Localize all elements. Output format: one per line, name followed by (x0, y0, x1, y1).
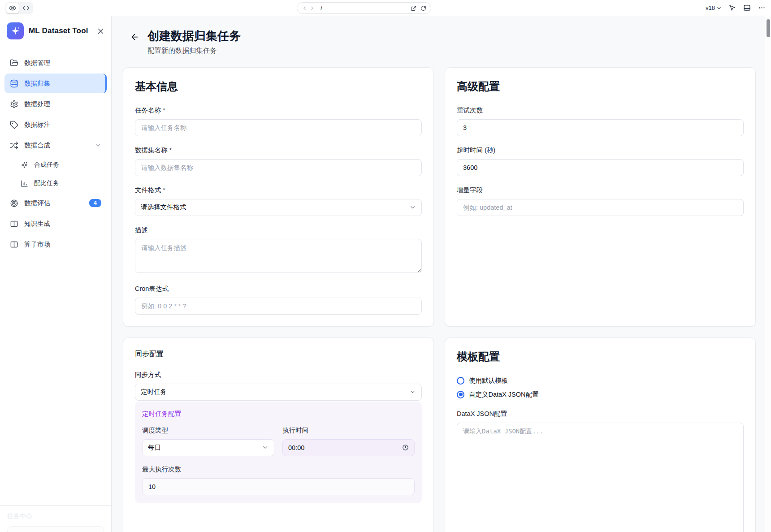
sync-method-value: 定时任务 (141, 388, 167, 396)
chevron-down-icon (262, 444, 269, 451)
sync-method-label: 同步方式 (135, 371, 422, 379)
description-textarea[interactable] (135, 239, 422, 273)
url-bar[interactable]: / (297, 2, 431, 14)
sidebar-footer: 任务中心 (0, 505, 111, 532)
timeout-input[interactable] (457, 159, 744, 176)
main-content: 创建数据归集任务 配置新的数据归集任务 基本信息 任务名称 * 数据集名称 * … (112, 16, 771, 532)
sidebar-item-data-management[interactable]: 数据管理 (4, 53, 107, 73)
open-external-button[interactable] (411, 5, 416, 11)
sidebar: ML Dataset Tool 数据管理 数据归集 数据处理 数据标注 (0, 16, 112, 532)
sidebar-item-operator-market[interactable]: 算子市场 (4, 234, 107, 254)
back-button[interactable] (129, 30, 140, 44)
sidebar-close-button[interactable] (97, 27, 104, 35)
sidebar-item-data-collection[interactable]: 数据归集 (4, 74, 107, 93)
bar-chart-icon (21, 180, 28, 187)
tag-icon (10, 121, 18, 129)
more-icon (758, 4, 766, 12)
sync-config-title: 同步配置 (135, 350, 422, 359)
folder-icon (10, 59, 18, 67)
book-open-icon (10, 240, 18, 249)
exec-time-value: 00:00 (288, 444, 304, 451)
external-link-icon (411, 5, 416, 11)
code-toggle-button[interactable] (20, 3, 32, 13)
sidebar-nav: 数据管理 数据归集 数据处理 数据标注 数据合成 合成任务 (0, 46, 111, 505)
max-exec-label: 最大执行次数 (142, 465, 415, 474)
radio-unchecked-icon (457, 377, 464, 385)
close-icon (97, 27, 104, 35)
sidebar-item-label: 算子市场 (24, 240, 50, 249)
sidebar-item-label: 配比任务 (34, 179, 59, 187)
sidebar-item-data-evaluation[interactable]: 数据评估 4 (4, 193, 107, 213)
sync-method-select[interactable]: 定时任务 (135, 384, 422, 401)
sync-config-card: 同步配置 同步方式 定时任务 定时任务配置 调度类型 每日 (123, 337, 434, 532)
version-label: v18 (706, 4, 715, 11)
task-center-panel (7, 526, 104, 532)
file-format-select[interactable]: 请选择文件格式 (135, 199, 422, 216)
dataset-name-label: 数据集名称 * (135, 146, 422, 155)
refresh-button[interactable] (420, 5, 426, 11)
sidebar-item-label: 数据评估 (24, 199, 50, 208)
shuffle-icon (10, 141, 18, 150)
incremental-field-input[interactable] (457, 199, 744, 216)
chevron-down-icon (409, 389, 416, 395)
basic-info-title: 基本信息 (135, 79, 422, 94)
description-label: 描述 (135, 226, 422, 234)
select-element-button[interactable] (729, 4, 736, 12)
preview-toggle-button[interactable] (6, 3, 19, 13)
sparkles-icon (11, 26, 20, 36)
panel-icon (743, 4, 751, 12)
history-forward-button[interactable] (309, 5, 315, 11)
exec-time-input[interactable]: 00:00 (282, 439, 415, 456)
template-config-title: 模板配置 (457, 350, 744, 364)
chevron-right-icon (309, 5, 315, 11)
book-open-icon (10, 220, 18, 228)
sidebar-item-synthesis-task[interactable]: 合成任务 (4, 156, 107, 174)
file-format-label: 文件格式 * (135, 186, 422, 195)
task-center-label: 任务中心 (7, 512, 104, 520)
datax-json-textarea[interactable] (457, 423, 744, 532)
history-back-button[interactable] (302, 5, 308, 11)
chevron-down-icon (716, 5, 722, 11)
sidebar-item-label: 数据处理 (24, 100, 50, 108)
cron-input[interactable] (135, 298, 422, 315)
sidebar-item-label: 数据标注 (24, 121, 50, 129)
scrollbar-thumb[interactable] (767, 19, 770, 37)
task-name-input[interactable] (135, 119, 422, 136)
incremental-field-label: 增量字段 (457, 186, 744, 195)
gear-icon (10, 100, 18, 108)
radio-checked-icon (457, 391, 464, 398)
schedule-panel-title: 定时任务配置 (142, 410, 415, 418)
schedule-type-label: 调度类型 (142, 426, 274, 435)
sidebar-item-label: 知识生成 (24, 220, 50, 228)
back-arrow-icon (130, 32, 139, 42)
scrollbar-track[interactable] (765, 16, 771, 532)
url-path[interactable]: / (321, 5, 409, 12)
refresh-icon (420, 5, 426, 11)
page-subtitle: 配置新的数据归集任务 (147, 46, 241, 56)
retry-count-input[interactable] (457, 119, 744, 136)
sidebar-item-data-annotation[interactable]: 数据标注 (4, 115, 107, 134)
basic-info-card: 基本信息 任务名称 * 数据集名称 * 文件格式 * 请选择文件格式 (123, 67, 434, 327)
schedule-type-select[interactable]: 每日 (142, 439, 274, 456)
task-name-label: 任务名称 * (135, 106, 422, 115)
database-icon (10, 79, 18, 88)
schedule-type-value: 每日 (148, 443, 161, 452)
dataset-name-input[interactable] (135, 159, 422, 176)
chevron-down-icon (409, 204, 416, 211)
max-exec-input[interactable] (142, 478, 415, 495)
sidebar-item-data-synthesis[interactable]: 数据合成 (4, 135, 107, 155)
app-title: ML Dataset Tool (29, 26, 88, 35)
sidebar-item-label: 合成任务 (34, 161, 59, 169)
custom-datax-radio[interactable]: 自定义DataX JSON配置 (457, 390, 744, 399)
sidebar-item-knowledge-generation[interactable]: 知识生成 (4, 214, 107, 234)
sparkles-icon (21, 161, 28, 169)
sidebar-item-label: 数据归集 (24, 79, 50, 88)
sidebar-item-ratio-task[interactable]: 配比任务 (4, 174, 107, 192)
toggle-panel-button[interactable] (743, 4, 751, 12)
default-template-radio[interactable]: 使用默认模板 (457, 376, 744, 385)
sidebar-item-data-processing[interactable]: 数据处理 (4, 94, 107, 114)
more-menu-button[interactable] (758, 4, 766, 12)
view-mode-toggle (5, 2, 33, 14)
chevron-down-icon (95, 142, 101, 149)
version-selector[interactable]: v18 (706, 4, 722, 11)
